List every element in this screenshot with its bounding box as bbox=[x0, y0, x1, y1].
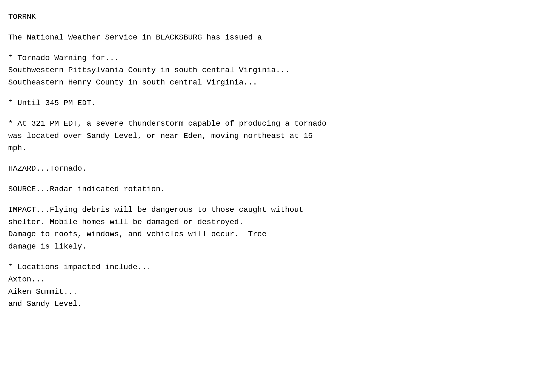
intro-line: The National Weather Service in BLACKSBU… bbox=[8, 32, 541, 44]
page-content: TORRNK The National Weather Service in B… bbox=[8, 11, 541, 310]
impact-line-2: shelter. Mobile homes will be damaged or… bbox=[8, 216, 541, 229]
locations-line-2: Axton... bbox=[8, 273, 541, 286]
at-time-section: * At 321 PM EDT, a severe thunderstorm c… bbox=[8, 118, 541, 154]
hazard-section: HAZARD...Tornado. bbox=[8, 163, 541, 175]
source-line: SOURCE...Radar indicated rotation. bbox=[8, 183, 541, 196]
warning-for-line-2: Southwestern Pittsylvania County in sout… bbox=[8, 64, 541, 77]
impact-section: IMPACT...Flying debris will be dangerous… bbox=[8, 204, 541, 253]
locations-line-3: Aiken Summit... bbox=[8, 286, 541, 298]
impact-line-4: damage is likely. bbox=[8, 241, 541, 253]
impact-line-1: IMPACT...Flying debris will be dangerous… bbox=[8, 204, 541, 216]
until-line: * Until 345 PM EDT. bbox=[8, 97, 541, 109]
warning-for-section: * Tornado Warning for... Southwestern Pi… bbox=[8, 52, 541, 89]
warning-for-line-3: Southeastern Henry County in south centr… bbox=[8, 77, 541, 89]
intro-section: The National Weather Service in BLACKSBU… bbox=[8, 32, 541, 44]
warning-for-line-1: * Tornado Warning for... bbox=[8, 52, 541, 64]
locations-section: * Locations impacted include... Axton...… bbox=[8, 261, 541, 310]
hazard-line: HAZARD...Tornado. bbox=[8, 163, 541, 175]
locations-line-1: * Locations impacted include... bbox=[8, 261, 541, 273]
locations-line-4: and Sandy Level. bbox=[8, 298, 541, 310]
at-time-line-1: * At 321 PM EDT, a severe thunderstorm c… bbox=[8, 118, 541, 130]
until-section: * Until 345 PM EDT. bbox=[8, 97, 541, 109]
source-section: SOURCE...Radar indicated rotation. bbox=[8, 183, 541, 196]
at-time-line-2: was located over Sandy Level, or near Ed… bbox=[8, 130, 541, 142]
header-line: TORRNK bbox=[8, 11, 541, 23]
at-time-line-3: mph. bbox=[8, 142, 541, 154]
impact-line-3: Damage to roofs, windows, and vehicles w… bbox=[8, 228, 541, 241]
header-section: TORRNK bbox=[8, 11, 541, 23]
